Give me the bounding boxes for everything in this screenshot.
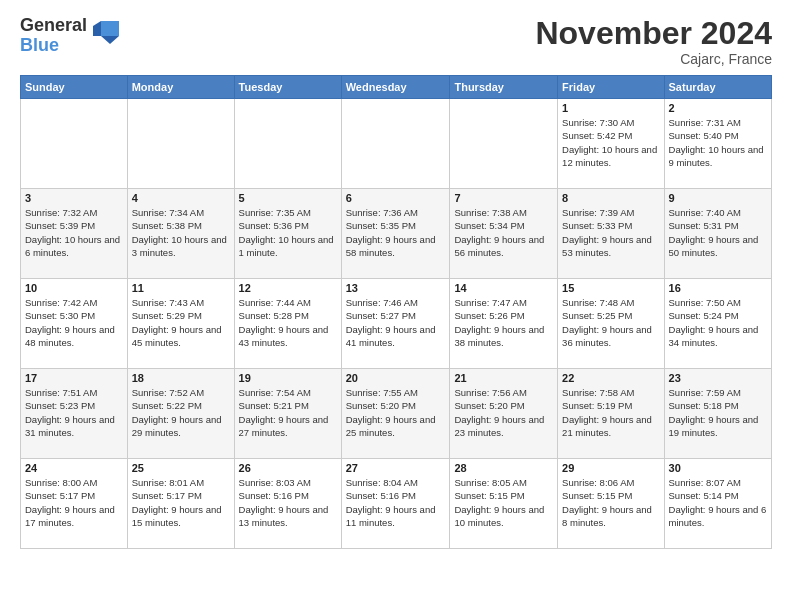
table-row: 7Sunrise: 7:38 AMSunset: 5:34 PMDaylight… <box>450 189 558 279</box>
svg-marker-0 <box>101 21 119 36</box>
day-number: 26 <box>239 462 337 474</box>
table-row: 3Sunrise: 7:32 AMSunset: 5:39 PMDaylight… <box>21 189 128 279</box>
day-number: 20 <box>346 372 446 384</box>
col-thursday: Thursday <box>450 76 558 99</box>
day-info: Sunrise: 7:50 AMSunset: 5:24 PMDaylight:… <box>669 296 767 349</box>
table-row: 17Sunrise: 7:51 AMSunset: 5:23 PMDayligh… <box>21 369 128 459</box>
day-number: 14 <box>454 282 553 294</box>
day-number: 24 <box>25 462 123 474</box>
table-row: 24Sunrise: 8:00 AMSunset: 5:17 PMDayligh… <box>21 459 128 549</box>
table-row: 9Sunrise: 7:40 AMSunset: 5:31 PMDaylight… <box>664 189 771 279</box>
table-row: 4Sunrise: 7:34 AMSunset: 5:38 PMDaylight… <box>127 189 234 279</box>
table-row <box>21 99 128 189</box>
day-info: Sunrise: 7:40 AMSunset: 5:31 PMDaylight:… <box>669 206 767 259</box>
table-row: 2Sunrise: 7:31 AMSunset: 5:40 PMDaylight… <box>664 99 771 189</box>
day-number: 19 <box>239 372 337 384</box>
day-info: Sunrise: 7:34 AMSunset: 5:38 PMDaylight:… <box>132 206 230 259</box>
day-info: Sunrise: 8:01 AMSunset: 5:17 PMDaylight:… <box>132 476 230 529</box>
calendar-week-row: 24Sunrise: 8:00 AMSunset: 5:17 PMDayligh… <box>21 459 772 549</box>
day-number: 7 <box>454 192 553 204</box>
table-row: 21Sunrise: 7:56 AMSunset: 5:20 PMDayligh… <box>450 369 558 459</box>
table-row: 8Sunrise: 7:39 AMSunset: 5:33 PMDaylight… <box>558 189 664 279</box>
day-number: 23 <box>669 372 767 384</box>
table-row <box>127 99 234 189</box>
table-row: 20Sunrise: 7:55 AMSunset: 5:20 PMDayligh… <box>341 369 450 459</box>
calendar-table: Sunday Monday Tuesday Wednesday Thursday… <box>20 75 772 549</box>
day-info: Sunrise: 7:58 AMSunset: 5:19 PMDaylight:… <box>562 386 659 439</box>
day-info: Sunrise: 7:56 AMSunset: 5:20 PMDaylight:… <box>454 386 553 439</box>
logo-icon <box>91 16 121 46</box>
header: General Blue November 2024 Cajarc, Franc… <box>20 16 772 67</box>
day-number: 21 <box>454 372 553 384</box>
calendar-week-row: 1Sunrise: 7:30 AMSunset: 5:42 PMDaylight… <box>21 99 772 189</box>
month-title: November 2024 <box>535 16 772 51</box>
table-row: 14Sunrise: 7:47 AMSunset: 5:26 PMDayligh… <box>450 279 558 369</box>
col-wednesday: Wednesday <box>341 76 450 99</box>
col-monday: Monday <box>127 76 234 99</box>
table-row: 26Sunrise: 8:03 AMSunset: 5:16 PMDayligh… <box>234 459 341 549</box>
logo-general: General <box>20 15 87 35</box>
day-number: 22 <box>562 372 659 384</box>
table-row: 12Sunrise: 7:44 AMSunset: 5:28 PMDayligh… <box>234 279 341 369</box>
day-info: Sunrise: 7:31 AMSunset: 5:40 PMDaylight:… <box>669 116 767 169</box>
day-number: 10 <box>25 282 123 294</box>
table-row: 6Sunrise: 7:36 AMSunset: 5:35 PMDaylight… <box>341 189 450 279</box>
day-number: 13 <box>346 282 446 294</box>
table-row: 16Sunrise: 7:50 AMSunset: 5:24 PMDayligh… <box>664 279 771 369</box>
day-info: Sunrise: 8:00 AMSunset: 5:17 PMDaylight:… <box>25 476 123 529</box>
day-number: 28 <box>454 462 553 474</box>
day-info: Sunrise: 8:05 AMSunset: 5:15 PMDaylight:… <box>454 476 553 529</box>
day-number: 8 <box>562 192 659 204</box>
day-number: 15 <box>562 282 659 294</box>
table-row: 25Sunrise: 8:01 AMSunset: 5:17 PMDayligh… <box>127 459 234 549</box>
day-info: Sunrise: 7:48 AMSunset: 5:25 PMDaylight:… <box>562 296 659 349</box>
col-friday: Friday <box>558 76 664 99</box>
col-sunday: Sunday <box>21 76 128 99</box>
logo-blue: Blue <box>20 35 59 55</box>
col-saturday: Saturday <box>664 76 771 99</box>
title-area: November 2024 Cajarc, France <box>535 16 772 67</box>
table-row: 1Sunrise: 7:30 AMSunset: 5:42 PMDaylight… <box>558 99 664 189</box>
day-number: 25 <box>132 462 230 474</box>
day-number: 11 <box>132 282 230 294</box>
day-info: Sunrise: 7:52 AMSunset: 5:22 PMDaylight:… <box>132 386 230 439</box>
day-number: 2 <box>669 102 767 114</box>
day-info: Sunrise: 7:32 AMSunset: 5:39 PMDaylight:… <box>25 206 123 259</box>
day-info: Sunrise: 7:38 AMSunset: 5:34 PMDaylight:… <box>454 206 553 259</box>
location: Cajarc, France <box>535 51 772 67</box>
day-info: Sunrise: 7:59 AMSunset: 5:18 PMDaylight:… <box>669 386 767 439</box>
svg-marker-2 <box>93 21 101 36</box>
day-number: 9 <box>669 192 767 204</box>
calendar-week-row: 17Sunrise: 7:51 AMSunset: 5:23 PMDayligh… <box>21 369 772 459</box>
day-info: Sunrise: 7:54 AMSunset: 5:21 PMDaylight:… <box>239 386 337 439</box>
table-row: 11Sunrise: 7:43 AMSunset: 5:29 PMDayligh… <box>127 279 234 369</box>
day-info: Sunrise: 7:46 AMSunset: 5:27 PMDaylight:… <box>346 296 446 349</box>
table-row <box>234 99 341 189</box>
day-info: Sunrise: 7:43 AMSunset: 5:29 PMDaylight:… <box>132 296 230 349</box>
day-number: 12 <box>239 282 337 294</box>
day-info: Sunrise: 7:55 AMSunset: 5:20 PMDaylight:… <box>346 386 446 439</box>
day-number: 5 <box>239 192 337 204</box>
svg-marker-1 <box>101 36 119 44</box>
calendar-week-row: 10Sunrise: 7:42 AMSunset: 5:30 PMDayligh… <box>21 279 772 369</box>
table-row: 27Sunrise: 8:04 AMSunset: 5:16 PMDayligh… <box>341 459 450 549</box>
day-info: Sunrise: 8:04 AMSunset: 5:16 PMDaylight:… <box>346 476 446 529</box>
table-row: 19Sunrise: 7:54 AMSunset: 5:21 PMDayligh… <box>234 369 341 459</box>
table-row: 28Sunrise: 8:05 AMSunset: 5:15 PMDayligh… <box>450 459 558 549</box>
table-row: 5Sunrise: 7:35 AMSunset: 5:36 PMDaylight… <box>234 189 341 279</box>
page: General Blue November 2024 Cajarc, Franc… <box>0 0 792 559</box>
table-row: 22Sunrise: 7:58 AMSunset: 5:19 PMDayligh… <box>558 369 664 459</box>
table-row: 15Sunrise: 7:48 AMSunset: 5:25 PMDayligh… <box>558 279 664 369</box>
day-info: Sunrise: 8:07 AMSunset: 5:14 PMDaylight:… <box>669 476 767 529</box>
day-info: Sunrise: 8:03 AMSunset: 5:16 PMDaylight:… <box>239 476 337 529</box>
table-row <box>341 99 450 189</box>
logo: General Blue <box>20 16 121 56</box>
day-number: 3 <box>25 192 123 204</box>
day-number: 16 <box>669 282 767 294</box>
table-row: 30Sunrise: 8:07 AMSunset: 5:14 PMDayligh… <box>664 459 771 549</box>
day-number: 1 <box>562 102 659 114</box>
day-info: Sunrise: 8:06 AMSunset: 5:15 PMDaylight:… <box>562 476 659 529</box>
day-number: 18 <box>132 372 230 384</box>
table-row: 23Sunrise: 7:59 AMSunset: 5:18 PMDayligh… <box>664 369 771 459</box>
day-info: Sunrise: 7:47 AMSunset: 5:26 PMDaylight:… <box>454 296 553 349</box>
